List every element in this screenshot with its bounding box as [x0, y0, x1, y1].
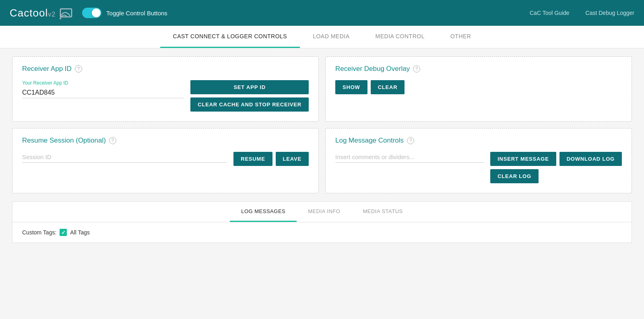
log-message-buttons: INSERT MESSAGE DOWNLOAD LOG CLEAR LOG: [490, 152, 622, 183]
tab-other[interactable]: OTHER: [438, 26, 484, 48]
toggle-thumb: [92, 8, 101, 17]
resume-session-card: Resume Session (Optional) ? RESUME LEAVE: [12, 128, 319, 193]
log-message-controls-help-icon[interactable]: ?: [407, 137, 414, 144]
toggle-area[interactable]: Toggle Control Buttons: [82, 8, 167, 18]
main-tabs: CAST CONNECT & LOGGER CONTROLS LOAD MEDI…: [0, 26, 644, 48]
receiver-app-id-body: Your Receiver App ID SET APP ID CLEAR CA…: [22, 80, 309, 112]
bottom-tab-log-messages[interactable]: LOG MESSAGES: [230, 202, 297, 222]
logo-area: Cactoolv2: [10, 6, 74, 20]
receiver-app-id-sublabel: Your Receiver App ID: [22, 80, 184, 86]
receiver-app-id-buttons: SET APP ID CLEAR CACHE AND STOP RECEIVER: [190, 80, 309, 112]
log-message-controls-body: INSERT MESSAGE DOWNLOAD LOG CLEAR LOG: [335, 152, 622, 183]
show-overlay-button[interactable]: SHOW: [335, 80, 367, 94]
debug-overlay-buttons: SHOW CLEAR: [335, 80, 405, 94]
main-content: Receiver App ID ? Your Receiver App ID S…: [0, 48, 644, 251]
logo-name: Cactool: [10, 7, 48, 19]
resume-session-label: Resume Session (Optional): [22, 137, 106, 145]
receiver-app-id-input[interactable]: [22, 87, 184, 98]
leave-button[interactable]: LEAVE: [276, 152, 309, 166]
tab-media-control[interactable]: MEDIA CONTROL: [363, 26, 438, 48]
receiver-app-id-card: Receiver App ID ? Your Receiver App ID S…: [12, 56, 319, 122]
cast-icon: [60, 6, 74, 20]
toggle-label: Toggle Control Buttons: [106, 10, 167, 17]
receiver-debug-overlay-help-icon[interactable]: ?: [413, 65, 420, 72]
logo-text: Cactoolv2: [10, 7, 56, 19]
resume-button[interactable]: RESUME: [233, 152, 272, 166]
download-log-button[interactable]: DOWNLOAD LOG: [559, 152, 622, 166]
clear-overlay-button[interactable]: CLEAR: [371, 80, 405, 94]
receiver-debug-overlay-label: Receiver Debug Overlay: [335, 65, 410, 73]
all-tags-label: All Tags: [70, 229, 90, 236]
resume-session-buttons: RESUME LEAVE: [233, 152, 309, 166]
log-message-controls-title: Log Message Controls ?: [335, 137, 622, 145]
resume-session-body: RESUME LEAVE: [22, 152, 309, 166]
logo-version: v2: [48, 11, 56, 18]
log-message-input-group: [335, 152, 484, 163]
log-message-controls-card: Log Message Controls ? INSERT MESSAGE DO…: [325, 128, 632, 193]
app-header: Cactoolv2 Toggle Control Buttons CaC Too…: [0, 0, 644, 26]
header-nav: CaC Tool Guide Cast Debug Logger: [530, 10, 634, 16]
toggle-track: [82, 8, 101, 18]
card-grid: Receiver App ID ? Your Receiver App ID S…: [12, 56, 632, 193]
receiver-debug-overlay-card: Receiver Debug Overlay ? SHOW CLEAR: [325, 56, 632, 122]
clear-log-button[interactable]: CLEAR LOG: [490, 169, 539, 183]
receiver-app-id-input-group: Your Receiver App ID: [22, 80, 184, 98]
log-message-input[interactable]: [335, 152, 484, 163]
receiver-app-id-help-icon[interactable]: ?: [75, 65, 82, 72]
bottom-tabs: LOG MESSAGES MEDIA INFO MEDIA STATUS: [12, 202, 632, 222]
set-app-id-button[interactable]: SET APP ID: [190, 80, 309, 94]
receiver-app-id-label: Receiver App ID: [22, 65, 72, 73]
all-tags-checkbox[interactable]: [60, 229, 67, 236]
log-section: LOG MESSAGES MEDIA INFO MEDIA STATUS Cus…: [12, 201, 632, 243]
custom-tags-label: Custom Tags:: [22, 229, 56, 236]
toggle-control-buttons-switch[interactable]: [82, 8, 101, 18]
bottom-tab-media-info[interactable]: MEDIA INFO: [297, 202, 351, 222]
session-id-input-group: [22, 152, 227, 163]
insert-message-button[interactable]: INSERT MESSAGE: [490, 152, 556, 166]
resume-session-help-icon[interactable]: ?: [109, 137, 116, 144]
tab-cast-connect[interactable]: CAST CONNECT & LOGGER CONTROLS: [160, 26, 300, 48]
session-id-input[interactable]: [22, 152, 227, 163]
bottom-tab-media-status[interactable]: MEDIA STATUS: [351, 202, 414, 222]
receiver-debug-overlay-title: Receiver Debug Overlay ?: [335, 65, 622, 73]
log-message-controls-label: Log Message Controls: [335, 137, 404, 145]
cast-debug-logger-link[interactable]: Cast Debug Logger: [586, 10, 634, 16]
clear-cache-stop-receiver-button[interactable]: CLEAR CACHE AND STOP RECEIVER: [190, 97, 309, 112]
receiver-app-id-title: Receiver App ID ?: [22, 65, 309, 73]
resume-session-title: Resume Session (Optional) ?: [22, 137, 309, 145]
cac-tool-guide-link[interactable]: CaC Tool Guide: [530, 10, 570, 16]
tab-load-media[interactable]: LOAD MEDIA: [300, 26, 362, 48]
receiver-debug-overlay-body: SHOW CLEAR: [335, 80, 622, 94]
svg-point-1: [60, 18, 61, 19]
custom-tags-row: Custom Tags: All Tags: [12, 222, 632, 242]
